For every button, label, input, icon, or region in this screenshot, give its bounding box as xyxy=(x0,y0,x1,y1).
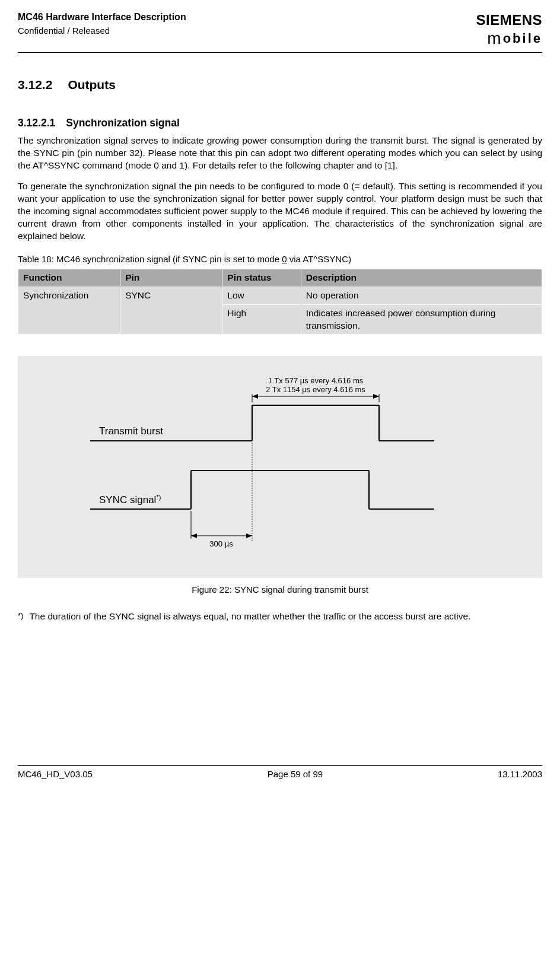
logo-mobile-rest: obile xyxy=(503,31,542,46)
logo-mobile: mobile xyxy=(476,27,542,50)
table-caption: Table 18: MC46 synchronization signal (i… xyxy=(18,253,542,265)
footer-center: Page 59 of 99 xyxy=(268,768,323,780)
subsection-number: 3.12.2.1 xyxy=(18,116,55,131)
logo: SIEMENS mobile xyxy=(476,11,542,50)
figure-container: 1 Tx 577 µs every 4.616 ms 2 Tx 1154 µs … xyxy=(18,356,542,578)
th-pin: Pin xyxy=(120,269,222,287)
table-header-row: Function Pin Pin status Description xyxy=(18,269,542,287)
th-description: Description xyxy=(301,269,542,287)
timing-text-1: 1 Tx 577 µs every 4.616 ms xyxy=(268,376,364,385)
paragraph-2: To generate the synchronization signal t… xyxy=(18,180,542,243)
td-pin: SYNC xyxy=(120,287,222,335)
timing-diagram: 1 Tx 577 µs every 4.616 ms 2 Tx 1154 µs … xyxy=(72,373,488,557)
svg-marker-2 xyxy=(373,394,379,399)
doc-title: MC46 Hardware Interface Description xyxy=(18,11,186,24)
doc-status: Confidential / Released xyxy=(18,25,186,37)
subsection-title: Synchronization signal xyxy=(66,117,180,129)
subsection-heading: 3.12.2.1Synchronization signal xyxy=(18,116,542,131)
svg-marker-1 xyxy=(252,394,258,399)
th-function: Function xyxy=(18,269,120,287)
table-row: Synchronization SYNC Low No operation xyxy=(18,287,542,304)
page-header: MC46 Hardware Interface Description Conf… xyxy=(18,11,542,53)
timing-text-2: 2 Tx 1154 µs every 4.616 ms xyxy=(266,385,365,394)
svg-marker-18 xyxy=(191,533,197,538)
table-caption-mode: 0 xyxy=(282,254,287,264)
label-delay: 300 µs xyxy=(209,539,233,548)
td-status-low: Low xyxy=(222,287,301,304)
page-footer: MC46_HD_V03.05 Page 59 of 99 13.11.2003 xyxy=(18,765,542,780)
th-status: Pin status xyxy=(222,269,301,287)
td-function: Synchronization xyxy=(18,287,120,335)
footnote-text: The duration of the SYNC signal is alway… xyxy=(29,611,542,623)
footnote: *) The duration of the SYNC signal is al… xyxy=(18,611,542,623)
td-desc-low: No operation xyxy=(301,287,542,304)
table-caption-post: via AT^SSYNC) xyxy=(287,254,351,264)
footnote-marker: *) xyxy=(18,611,23,623)
footer-left: MC46_HD_V03.05 xyxy=(18,768,93,780)
figure-caption: Figure 22: SYNC signal during transmit b… xyxy=(18,584,542,596)
paragraph-1: The synchronization signal serves to ind… xyxy=(18,135,542,172)
section-number: 3.12.2 xyxy=(18,77,52,93)
footer-right: 13.11.2003 xyxy=(498,768,542,780)
section-title: Outputs xyxy=(68,78,115,91)
td-status-high: High xyxy=(222,304,301,335)
table-caption-pre: Table 18: MC46 synchronization signal (i… xyxy=(18,254,282,264)
svg-marker-19 xyxy=(246,533,252,538)
label-transmit-burst: Transmit burst xyxy=(99,425,163,437)
td-desc-high: Indicates increased power consumption du… xyxy=(301,304,542,335)
label-sync-signal: SYNC signal*) xyxy=(99,494,161,506)
section-heading: 3.12.2Outputs xyxy=(18,77,542,93)
logo-mobile-m: m xyxy=(487,29,502,47)
header-left: MC46 Hardware Interface Description Conf… xyxy=(18,11,186,37)
sync-table: Function Pin Pin status Description Sync… xyxy=(18,269,542,335)
